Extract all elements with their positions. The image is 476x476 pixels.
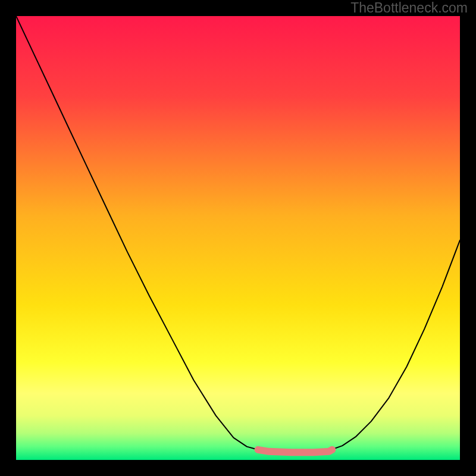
gradient-background (16, 16, 460, 460)
watermark-text: TheBottleneck.com (350, 0, 468, 16)
series-pink-band (258, 450, 333, 453)
plot-area (16, 16, 460, 460)
chart-frame: TheBottleneck.com (0, 0, 476, 476)
